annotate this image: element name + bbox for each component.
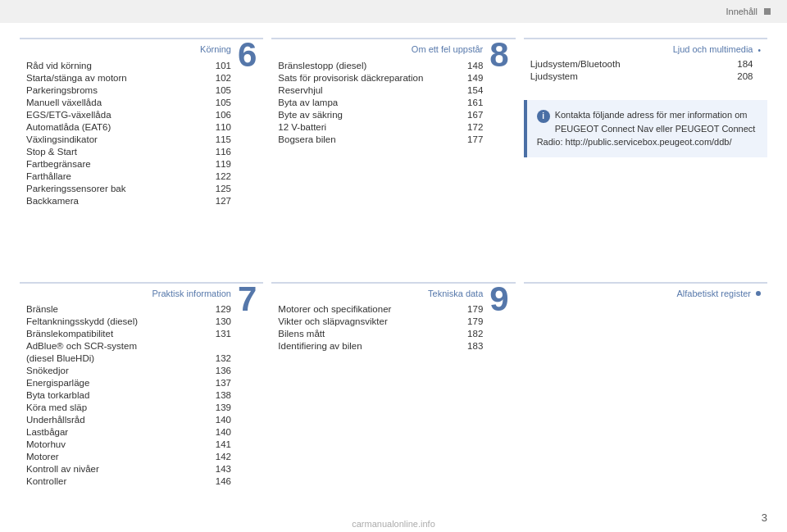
praktisk-header: Praktisk information (26, 289, 231, 300)
list-item: Råd vid körning101 (26, 59, 231, 71)
item-page: 105 (207, 98, 231, 107)
list-item: Parkeringssensorer bak125 (26, 182, 231, 194)
top-bar-title: Innehåll (726, 7, 757, 16)
item-page: 132 (207, 353, 231, 363)
item-label: 12 V-batteri (278, 122, 458, 132)
item-page: 172 (458, 122, 483, 132)
item-label: Bränslestopp (diesel) (278, 61, 458, 70)
item-label: Byta torkarblad (26, 390, 207, 400)
item-page: 154 (458, 85, 483, 95)
feluppstar-items: Bränslestopp (diesel)148Sats för proviso… (278, 59, 483, 145)
list-item: Parkeringsbroms105 (26, 84, 231, 96)
tekniska-header: Tekniska data (278, 289, 483, 300)
item-page: 119 (207, 159, 231, 169)
item-label: Motorer (26, 452, 207, 462)
feluppstar-header: Om ett fel uppstår (278, 44, 483, 56)
item-page: 184 (728, 59, 753, 69)
item-label: Manuell växellåda (26, 98, 207, 107)
item-page: 102 (207, 73, 231, 83)
list-item: Kontroll av nivåer143 (26, 463, 231, 475)
item-page: 177 (458, 134, 483, 144)
item-page: 167 (458, 110, 483, 120)
item-page: 122 (207, 171, 231, 181)
list-item: Automatlåda (EAT6)110 (26, 120, 231, 133)
item-page: 116 (207, 147, 231, 157)
info-box: i Kontakta följande adress för mer infor… (524, 100, 767, 157)
list-item: Bränslekompatibilitet131 (26, 328, 231, 340)
list-item: EGS/ETG-växellåda106 (26, 108, 231, 120)
item-label: AdBlue® och SCR-system (26, 341, 207, 351)
item-label: Parkeringsbroms (26, 85, 207, 95)
list-item: (diesel BlueHDi)132 (26, 352, 231, 365)
korning-items: Råd vid körning101Starta/stänga av motor… (26, 59, 231, 207)
list-item: Fartbegränsare119 (26, 157, 231, 170)
item-label: Lastbågar (26, 427, 207, 437)
list-item: Bogsera bilen177 (278, 133, 483, 145)
item-label: Backkamera (26, 196, 207, 206)
main-content: Körning Råd vid körning101Starta/stänga … (0, 23, 787, 532)
item-label: Fartbegränsare (26, 159, 207, 169)
list-item: Växlingsindikator115 (26, 133, 231, 145)
item-page: 106 (207, 110, 231, 120)
list-item: Ljudsystem/Bluetooth184 (530, 57, 753, 70)
item-page: 142 (207, 452, 231, 462)
list-item: Bränslestopp (diesel)148 (278, 59, 483, 71)
item-label: Automatlåda (EAT6) (26, 122, 207, 132)
item-label: Feltankningsskydd (diesel) (26, 316, 207, 326)
list-item: Bilens mått182 (278, 328, 483, 340)
item-label: Bilens mått (278, 329, 458, 339)
list-item: Motorhuv141 (26, 439, 231, 451)
list-item: AdBlue® och SCR-system (26, 340, 231, 352)
korning-header: Körning (26, 44, 231, 56)
list-item: Underhållsråd140 (26, 414, 231, 426)
item-label: Köra med släp (26, 402, 207, 412)
item-label: Energisparläge (26, 378, 207, 388)
item-label: Farthållare (26, 171, 207, 181)
tekniska-number: 9 (489, 282, 508, 316)
list-item: Snökedjor136 (26, 365, 231, 377)
item-page: 130 (207, 316, 231, 326)
item-page: 136 (207, 366, 231, 375)
item-label: Bränslekompatibilitet (26, 329, 207, 339)
praktisk-items: Bränsle129Feltankningsskydd (diesel)130B… (26, 303, 231, 488)
list-item: Starta/stänga av motorn102 (26, 71, 231, 84)
korning-section: Körning Råd vid körning101Starta/stänga … (20, 38, 263, 274)
top-bar: Innehåll (0, 0, 787, 23)
item-label: Växlingsindikator (26, 134, 207, 144)
item-page: 140 (207, 427, 231, 437)
list-item: 12 V-batteri172 (278, 120, 483, 133)
list-item: Byte av säkring167 (278, 108, 483, 120)
multimedia-dot: • (757, 46, 761, 55)
item-page: 143 (207, 464, 231, 474)
item-page: 182 (458, 329, 483, 339)
item-label: Starta/stänga av motorn (26, 73, 207, 83)
item-page: 140 (207, 415, 231, 425)
item-page: 161 (458, 98, 483, 107)
list-item: Reservhjul154 (278, 84, 483, 96)
list-item: Energisparläge137 (26, 377, 231, 389)
item-label: Ljudsystem/Bluetooth (530, 59, 729, 69)
item-page: 208 (728, 71, 753, 81)
item-label: (diesel BlueHDi) (26, 353, 207, 363)
item-page: 131 (207, 329, 231, 339)
korning-number: 6 (238, 38, 257, 72)
list-item: Byta torkarblad138 (26, 389, 231, 402)
item-label: Bränsle (26, 304, 207, 314)
item-page: 105 (207, 85, 231, 95)
item-label: Byta av lampa (278, 98, 458, 107)
list-item: Sats för provisorisk däckreparation149 (278, 71, 483, 84)
item-page: 139 (207, 402, 231, 412)
item-label: Vikter och släpvagnsvikter (278, 316, 458, 326)
info-icon: i (537, 110, 550, 123)
top-bar-square (764, 8, 771, 15)
tekniska-section: Tekniska data Motorer och specifikatione… (271, 282, 515, 518)
list-item: Vikter och släpvagnsvikter179 (278, 316, 483, 328)
register-dot (756, 291, 761, 296)
item-page: 127 (207, 196, 231, 206)
multimedia-header: Ljud och multimedia (530, 44, 753, 54)
multimedia-items: Ljudsystem/Bluetooth184Ljudsystem208 (530, 57, 753, 82)
item-label: Snökedjor (26, 366, 207, 375)
list-item: Farthållare122 (26, 170, 231, 182)
item-label: Råd vid körning (26, 61, 207, 70)
list-item: Backkamera127 (26, 194, 231, 207)
